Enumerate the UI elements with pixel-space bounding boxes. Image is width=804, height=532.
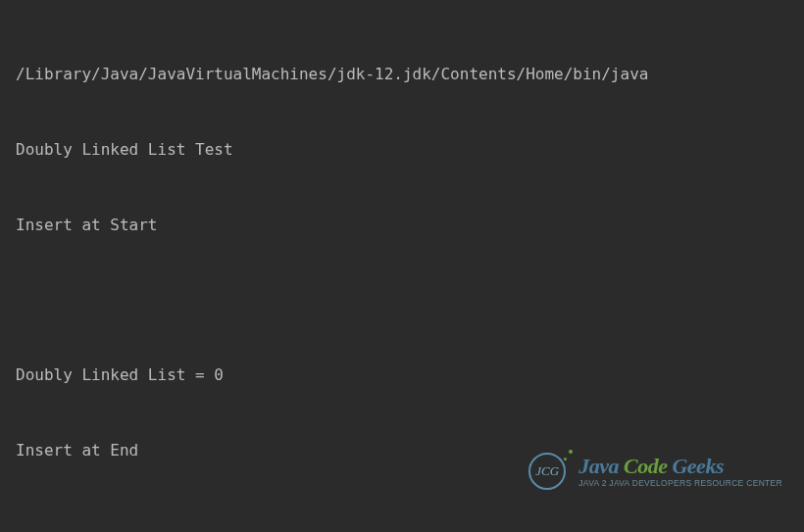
terminal-line bbox=[16, 513, 788, 532]
watermark-text-block: Java Code Geeks Java 2 Java Developers R… bbox=[578, 455, 782, 489]
terminal-line: Insert at Start bbox=[16, 213, 788, 238]
terminal-line: /Library/Java/JavaVirtualMachines/jdk-12… bbox=[16, 62, 788, 87]
watermark-word-code: Code bbox=[624, 454, 667, 478]
watermark-badge-icon: JCG bbox=[524, 448, 571, 495]
watermark-logo: JCG Java Code Geeks Java 2 Java Develope… bbox=[524, 448, 782, 495]
watermark-subtitle: Java 2 Java Developers Resource Center bbox=[578, 479, 782, 488]
terminal-line: Doubly Linked List Test bbox=[16, 137, 788, 163]
watermark-title: Java Code Geeks bbox=[578, 455, 782, 478]
watermark-word-geeks: Geeks bbox=[672, 454, 723, 478]
terminal-line: Doubly Linked List = 0 bbox=[16, 363, 788, 388]
watermark-word-java: Java bbox=[578, 454, 619, 478]
watermark-dots-icon bbox=[555, 444, 575, 463]
terminal-line bbox=[16, 288, 788, 314]
